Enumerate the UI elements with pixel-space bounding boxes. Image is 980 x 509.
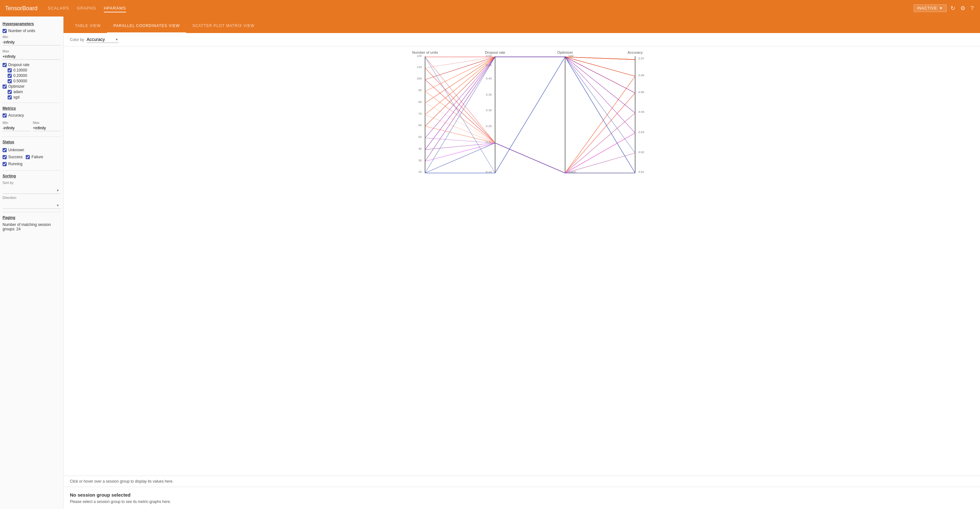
sort-by-label: Sort by <box>3 181 60 185</box>
nav-graphs[interactable]: GRAPHS <box>77 5 96 13</box>
hp-dropout-02-checkbox[interactable] <box>8 74 12 78</box>
help-icon[interactable]: ? <box>969 4 975 13</box>
hp-optimizer-adam-label: adam <box>13 89 23 94</box>
chart-container: Number of units Dropout rate Optimizer A… <box>64 46 980 475</box>
svg-text:0.40: 0.40 <box>486 77 492 80</box>
tab-parallel-coordinates-view[interactable]: PARALLEL COORDINATES VIEW <box>107 19 186 33</box>
svg-text:110: 110 <box>417 65 422 69</box>
hp-dropout-01-checkbox[interactable] <box>8 68 12 72</box>
status-success-checkbox[interactable] <box>3 155 7 159</box>
hp-optimizer-sgd-label: sgd <box>13 95 19 99</box>
svg-text:Optimizer: Optimizer <box>557 51 573 54</box>
sorting-title: Sorting <box>3 174 60 178</box>
color-by-select[interactable]: Accuracy None <box>87 36 118 43</box>
svg-text:Accuracy: Accuracy <box>627 51 643 54</box>
hp-optimizer-label: Optimizer <box>8 84 24 89</box>
status-running-label: Running <box>8 162 22 166</box>
tab-scatter-plot-matrix-view[interactable]: SCATTER PLOT MATRIX VIEW <box>186 19 261 33</box>
hp-number-of-units-label: Number of units <box>8 29 35 33</box>
status-running-checkbox[interactable] <box>3 162 7 166</box>
status-unknown-label: Unknown <box>8 148 24 152</box>
info-bar-text: Click or hover over a session group to d… <box>70 479 173 483</box>
hp-dropout-01-label: 0.10000 <box>13 68 27 72</box>
svg-text:40: 40 <box>418 147 422 150</box>
metrics-title: Metrics <box>3 106 60 110</box>
hp-dropout-01-row: 0.10000 <box>8 68 60 72</box>
tab-bar: TABLE VIEW PARALLEL COORDINATES VIEW SCA… <box>64 16 980 33</box>
paging-matching-text: Number of matching session groups: 24 <box>3 222 60 231</box>
color-by-label: Color by <box>70 37 84 42</box>
app-logo: TensorBoard <box>5 5 37 12</box>
status-title: Status <box>3 140 60 144</box>
svg-text:80: 80 <box>418 100 422 104</box>
hp-dropout-05-checkbox[interactable] <box>8 79 12 83</box>
direction-wrap: Ascending Descending ▼ <box>3 201 60 209</box>
status-running-row: Running <box>3 162 60 166</box>
session-panel-title: No session group selected <box>70 492 974 498</box>
hp-number-of-units-row: Number of units <box>3 29 60 33</box>
hp-dropout-02-label: 0.20000 <box>13 73 27 78</box>
hp-dropout-checkbox[interactable] <box>3 63 7 67</box>
metric-accuracy-label: Accuracy <box>8 113 24 118</box>
status-selector[interactable]: INACTIVE ▼ <box>914 5 947 12</box>
svg-text:Dropout rate: Dropout rate <box>485 51 505 54</box>
status-unknown-row: Unknown <box>3 148 60 152</box>
svg-text:50: 50 <box>418 135 422 139</box>
hp-dropout-02-row: 0.20000 <box>8 73 60 78</box>
divider-3 <box>3 170 60 171</box>
divider-2 <box>3 136 60 137</box>
metric-accuracy-checkbox[interactable] <box>3 113 7 118</box>
status-failure-checkbox[interactable] <box>26 155 30 159</box>
hyperparameters-title: Hyperparameters <box>3 22 60 26</box>
svg-text:0.25: 0.25 <box>486 124 492 128</box>
metric-accuracy-min-input[interactable] <box>3 125 30 131</box>
hp-optimizer-adam-checkbox[interactable] <box>8 90 12 94</box>
color-by-row: Color by Accuracy None ▼ <box>64 33 980 46</box>
topnav-right: INACTIVE ▼ ↻ ⚙ ? <box>914 3 975 13</box>
settings-icon[interactable]: ⚙ <box>959 3 967 13</box>
hp-number-of-units-checkbox[interactable] <box>3 29 7 33</box>
hp-optimizer-sgd-row: sgd <box>8 95 60 99</box>
refresh-icon[interactable]: ↻ <box>949 3 956 13</box>
svg-text:0.91: 0.91 <box>639 170 644 174</box>
svg-text:60: 60 <box>418 124 422 127</box>
hp-units-max-input[interactable] <box>3 54 60 60</box>
session-panel-description: Please select a session group to see its… <box>70 499 974 504</box>
status-success-row: Success <box>3 155 22 159</box>
divider-4 <box>3 212 60 212</box>
color-by-select-wrap: Accuracy None ▼ <box>87 36 118 43</box>
svg-text:100: 100 <box>417 77 422 80</box>
hp-optimizer-checkbox[interactable] <box>3 85 7 89</box>
status-success-label: Success <box>8 155 22 159</box>
status-failure-row: Failure <box>26 155 43 159</box>
hp-optimizer-row: Optimizer <box>3 84 60 89</box>
svg-text:70: 70 <box>418 112 422 115</box>
hp-dropout-label: Dropout rate <box>8 62 30 67</box>
status-chevron-icon: ▼ <box>939 6 943 11</box>
svg-text:0.93: 0.93 <box>639 130 644 134</box>
svg-text:0.30: 0.30 <box>486 109 492 112</box>
svg-text:20: 20 <box>418 170 422 174</box>
svg-text:0.96: 0.96 <box>639 73 644 77</box>
status-unknown-checkbox[interactable] <box>3 148 7 152</box>
sort-by-wrap: Accuracy Number of units Dropout rate ▼ <box>3 187 60 194</box>
hp-dropout-05-label: 0.50000 <box>13 79 27 83</box>
hp-units-min-input[interactable] <box>3 39 60 45</box>
svg-text:0.97: 0.97 <box>639 57 644 61</box>
metric-accuracy-max-input[interactable] <box>33 125 61 131</box>
svg-text:0.94: 0.94 <box>639 110 644 114</box>
topnav: TensorBoard SCALARS GRAPHS HPARAMS INACT… <box>0 0 980 16</box>
sidebar: Hyperparameters Number of units Min Max … <box>0 16 64 509</box>
hp-optimizer-sgd-checkbox[interactable] <box>8 95 12 99</box>
sort-by-select[interactable]: Accuracy Number of units Dropout rate <box>3 187 60 194</box>
nav-scalars[interactable]: SCALARS <box>48 5 69 13</box>
metric-accuracy-row: Accuracy <box>3 113 60 118</box>
paging-title: Paging <box>3 215 60 220</box>
tab-table-view[interactable]: TABLE VIEW <box>68 19 107 33</box>
direction-select[interactable]: Ascending Descending <box>3 201 60 209</box>
nav-hparams[interactable]: HPARAMS <box>104 5 126 13</box>
svg-text:0.92: 0.92 <box>639 150 644 154</box>
parallel-chart-wrapper: Number of units Dropout rate Optimizer A… <box>70 49 974 183</box>
nav-links: SCALARS GRAPHS HPARAMS <box>48 5 914 13</box>
metric-accuracy-max-label: Max <box>33 121 61 124</box>
